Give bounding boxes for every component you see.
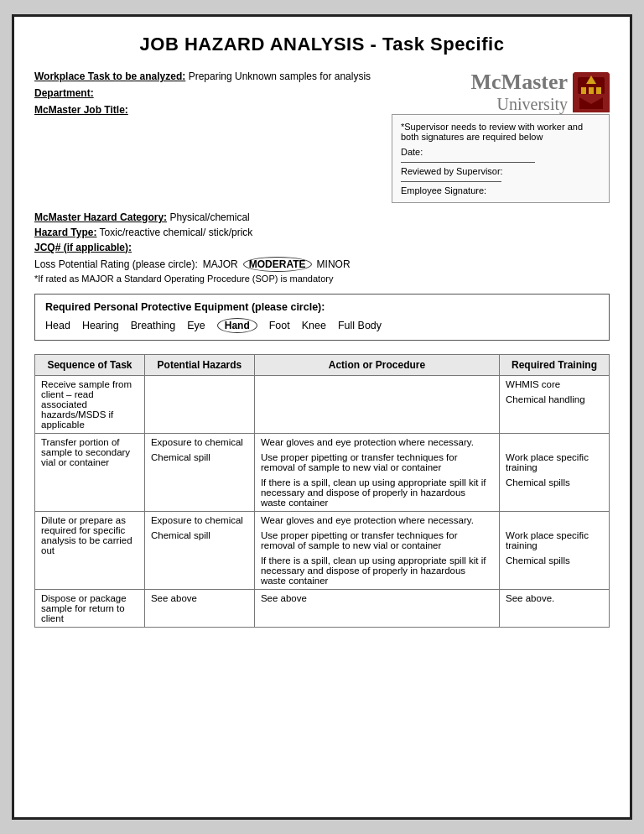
hazard-fields: McMaster Hazard Category: Physical/chemi…	[34, 211, 610, 284]
ppe-hand-circled: Hand	[217, 318, 257, 333]
job-title-row: McMaster Job Title:	[34, 104, 375, 116]
date-label: Date:	[401, 147, 600, 157]
row3-hazards: Exposure to chemical Chemical spill	[144, 511, 254, 589]
hazard-category-value: Physical/chemical	[169, 211, 249, 223]
row2-hazards: Exposure to chemical Chemical spill	[144, 433, 254, 511]
table-row: Dispose or package sample for return to …	[35, 589, 610, 627]
mcmaster-crest-icon	[573, 72, 610, 112]
logo-text-block: McMaster University	[471, 70, 568, 114]
ppe-eye: Eye	[187, 320, 205, 331]
logo-row: McMaster University	[392, 70, 610, 114]
svg-rect-5	[596, 87, 601, 94]
ppe-items: Head Hearing Breathing Eye Hand Foot Kne…	[45, 318, 599, 333]
university-text: University	[471, 95, 568, 114]
row1-sequence: Receive sample from client – read associ…	[35, 375, 145, 433]
ppe-box: Required Personal Protective Equipment (…	[34, 294, 610, 341]
department-label: Department:	[34, 87, 94, 99]
loss-moderate-circled: MODERATE	[243, 257, 312, 272]
row2-sequence: Transfer portion of sample to secondary …	[35, 433, 145, 511]
hazard-type-row: Hazard Type: Toxic/reactive chemical/ st…	[34, 227, 610, 238]
workplace-task-label: Workplace Task to be analyzed:	[34, 70, 185, 82]
header-left: Workplace Task to be analyzed: Preparing…	[34, 70, 392, 121]
workplace-task-value: Preparing Unknown samples for analysis	[189, 70, 371, 82]
col-hazards: Potential Hazards	[144, 354, 254, 375]
table-row: Transfer portion of sample to secondary …	[35, 433, 610, 511]
job-title-label: McMaster Job Title:	[34, 104, 128, 116]
col-sequence: Sequence of Task	[35, 354, 145, 375]
col-training: Required Training	[500, 354, 610, 375]
supervisor-box: *Supervisor needs to review with worker …	[392, 114, 610, 203]
ppe-title: Required Personal Protective Equipment (…	[45, 301, 599, 313]
table-row: Dilute or prepare as required for specif…	[35, 511, 610, 589]
hazard-category-label: McMaster Hazard Category:	[34, 211, 167, 223]
workplace-task-row: Workplace Task to be analyzed: Preparing…	[34, 70, 375, 82]
supervisor-note: *Supervisor needs to review with worker …	[401, 122, 600, 142]
row1-training: WHMIS core Chemical handling	[500, 375, 610, 433]
department-row: Department:	[34, 87, 375, 99]
header-section: Workplace Task to be analyzed: Preparing…	[34, 70, 610, 203]
loss-major: MAJOR	[203, 258, 238, 270]
page-title: JOB HAZARD ANALYSIS - Task Specific	[34, 34, 610, 55]
row3-actions: Wear gloves and eye protection where nec…	[254, 511, 499, 589]
loss-potential-row: Loss Potential Rating (please circle): M…	[34, 257, 610, 272]
hazard-type-label: Hazard Type:	[34, 227, 96, 238]
ppe-full-body: Full Body	[338, 320, 382, 331]
jcq-label: JCQ# (if applicable):	[34, 242, 132, 253]
task-table: Sequence of Task Potential Hazards Actio…	[34, 354, 610, 628]
loss-potential-label: Loss Potential Rating (please circle):	[34, 258, 198, 270]
row4-hazards: See above	[144, 589, 254, 627]
jcq-row: JCQ# (if applicable):	[34, 242, 610, 253]
employee-sig-label: Employee Signature:	[401, 185, 600, 195]
row3-training: Work place specific training Chemical sp…	[500, 511, 610, 589]
row4-actions: See above	[254, 589, 499, 627]
row3-sequence: Dilute or prepare as required for specif…	[35, 511, 145, 589]
ppe-head: Head	[45, 320, 70, 331]
table-row: Receive sample from client – read associ…	[35, 375, 610, 433]
row4-sequence: Dispose or package sample for return to …	[35, 589, 145, 627]
date-line	[401, 162, 535, 163]
hazard-type-value: Toxic/reactive chemical/ stick/prick	[100, 227, 253, 238]
header-right: McMaster University	[392, 70, 610, 203]
ppe-hearing: Hearing	[82, 320, 119, 331]
row2-training: Work place specific training Chemical sp…	[500, 433, 610, 511]
row2-actions: Wear gloves and eye protection where nec…	[254, 433, 499, 511]
svg-rect-4	[589, 87, 594, 94]
svg-rect-3	[581, 87, 586, 94]
col-action: Action or Procedure	[254, 354, 499, 375]
row1-actions	[254, 375, 499, 433]
row4-training: See above.	[500, 589, 610, 627]
ppe-knee: Knee	[302, 320, 326, 331]
hazard-category-row: McMaster Hazard Category: Physical/chemi…	[34, 211, 610, 223]
page: JOB HAZARD ANALYSIS - Task Specific Work…	[12, 14, 632, 820]
ppe-breathing: Breathing	[131, 320, 176, 331]
row1-hazards	[144, 375, 254, 433]
table-header-row: Sequence of Task Potential Hazards Actio…	[35, 354, 610, 375]
reviewed-label: Reviewed by Supervisor:	[401, 166, 600, 176]
ppe-foot: Foot	[269, 320, 290, 331]
mcmaster-text: McMaster	[471, 70, 568, 95]
loss-minor: MINOR	[317, 258, 351, 270]
reviewed-line	[401, 181, 501, 182]
sop-note: *If rated as MAJOR a Standard Operating …	[34, 274, 610, 284]
